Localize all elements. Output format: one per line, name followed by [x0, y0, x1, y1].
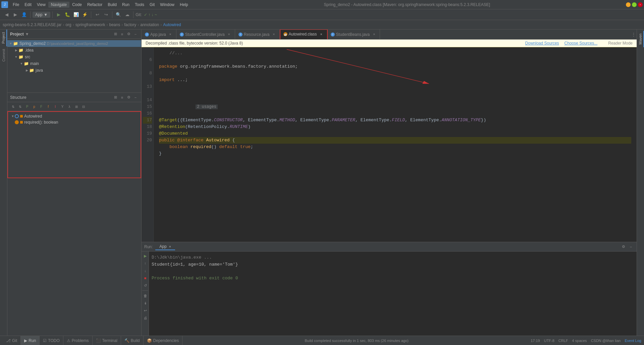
sort-alpha-btn[interactable]: ⇅: [10, 104, 16, 110]
indent[interactable]: 4 spaces: [572, 339, 587, 343]
tab-close-1[interactable]: ×: [227, 32, 231, 37]
sort-type-btn[interactable]: ⇅: [17, 104, 23, 110]
menu-file[interactable]: File: [10, 2, 22, 8]
tab-studentcontroller[interactable]: J StudentController.java ×: [176, 29, 235, 40]
run-clear-btn[interactable]: 🗑: [142, 293, 148, 299]
struct-autowired[interactable]: ▼ Autowired: [9, 113, 139, 119]
tree-root[interactable]: ▼ 📁 Spring_demo2 D:\java\code\test_java\…: [7, 40, 141, 47]
project-expand-btn[interactable]: ⊞: [112, 31, 118, 37]
project-tab[interactable]: Project: [0, 29, 7, 46]
line-sep[interactable]: CRLF: [558, 339, 568, 343]
run-btn[interactable]: ▶: [55, 11, 63, 19]
run-stop-btn[interactable]: ■: [142, 275, 148, 281]
tab-autowired[interactable]: ☕ Autowired.class ×: [280, 29, 327, 40]
tab-close-0[interactable]: ×: [168, 32, 173, 37]
menu-refactor[interactable]: Refactor: [85, 2, 105, 8]
tab-close-2[interactable]: ×: [272, 32, 276, 37]
show-public-btn[interactable]: P: [24, 104, 30, 110]
breadcrumb-autowired[interactable]: Autowired: [163, 22, 181, 27]
bottom-tab-deps[interactable]: 📦 Dependencies: [144, 336, 183, 345]
run-print-btn[interactable]: 🖨: [142, 315, 148, 321]
menu-window[interactable]: Window: [157, 2, 177, 8]
bottom-tab-run[interactable]: ▶ Run: [21, 336, 40, 345]
close-btn[interactable]: ×: [638, 2, 643, 7]
run-settings-btn[interactable]: ⚙: [621, 244, 627, 250]
user-btn[interactable]: 👤: [20, 11, 28, 19]
tree-main[interactable]: ▼ 📁 main: [7, 60, 141, 67]
tab-close-3[interactable]: ×: [319, 32, 324, 37]
encoding[interactable]: UTF-8: [544, 339, 554, 343]
minimize-btn[interactable]: −: [626, 2, 631, 7]
tab-resource[interactable]: J Resource.java ×: [235, 29, 280, 40]
run-rerun-btn[interactable]: ↺: [142, 282, 148, 288]
undo-btn[interactable]: ↩: [93, 11, 101, 19]
search-btn[interactable]: 🔍: [114, 11, 122, 19]
bottom-tab-build[interactable]: 🔨 Build: [121, 336, 144, 345]
tree-java[interactable]: ▶ 📁 java: [7, 67, 141, 74]
project-close-btn[interactable]: −: [132, 31, 139, 37]
show-field-btn[interactable]: F: [38, 104, 44, 110]
run-coverage-btn[interactable]: 📊: [72, 11, 80, 19]
back-btn[interactable]: ◀: [3, 11, 11, 19]
structure-close-btn[interactable]: −: [132, 94, 139, 100]
breadcrumb-org[interactable]: org: [65, 22, 71, 27]
tree-idea[interactable]: ▶ 📁 .idea: [7, 47, 141, 54]
code-editor[interactable]: 6 8 13 14 15 16 17 18 19 20: [142, 47, 637, 242]
app-dropdown[interactable]: App ▼: [33, 12, 50, 18]
run-scroll-down-btn[interactable]: ↓: [142, 268, 148, 274]
vcs-btn[interactable]: ☁: [123, 11, 131, 19]
maximize-btn[interactable]: □: [632, 2, 637, 7]
filter-btn2[interactable]: λ: [66, 104, 72, 110]
download-sources-link[interactable]: Download Sources: [525, 41, 559, 46]
filter-btn1[interactable]: Y: [59, 104, 65, 110]
structure-collapse-btn[interactable]: ≡: [119, 94, 125, 100]
menu-git[interactable]: Git: [147, 2, 157, 8]
debug-btn[interactable]: 🐛: [63, 11, 71, 19]
filter-btn4[interactable]: ⊟: [80, 104, 87, 110]
tabs-more-btn[interactable]: ⋮: [631, 29, 637, 40]
show-private-btn[interactable]: p: [31, 104, 37, 110]
menu-help[interactable]: Help: [177, 2, 191, 8]
struct-required[interactable]: required(): boolean: [9, 119, 139, 125]
breadcrumb-springframework[interactable]: springframework: [75, 22, 105, 27]
menu-tools[interactable]: Tools: [132, 2, 147, 8]
run-tab-close[interactable]: ×: [169, 245, 171, 249]
commit-tab[interactable]: Commit: [1, 46, 7, 64]
run-minimize-btn[interactable]: −: [628, 244, 634, 250]
run-tab-app[interactable]: App ×: [155, 244, 175, 250]
project-collapse-btn[interactable]: ≡: [119, 31, 125, 37]
menu-build[interactable]: Build: [105, 2, 119, 8]
filter-btn3[interactable]: ⊞: [73, 104, 79, 110]
breadcrumb-annotation[interactable]: annotation: [140, 22, 159, 27]
menu-view[interactable]: View: [34, 2, 48, 8]
project-settings-btn[interactable]: ⚙: [126, 31, 132, 37]
tab-studentbeans[interactable]: J StudentBeans.java ×: [327, 29, 380, 40]
menu-edit[interactable]: Edit: [22, 2, 34, 8]
bottom-tab-problems[interactable]: ⚠ Problems: [63, 336, 93, 345]
choose-sources-link[interactable]: Choose Sources...: [565, 41, 598, 46]
tree-src[interactable]: ▼ 📁 src: [7, 54, 141, 60]
structure-settings-btn[interactable]: ⚙: [126, 94, 132, 100]
redo-btn[interactable]: ↪: [102, 11, 110, 19]
structure-expand-btn[interactable]: ⊞: [112, 94, 118, 100]
bottom-tab-terminal[interactable]: ⬛ Terminal: [93, 336, 121, 345]
run-scroll-end-btn[interactable]: ↡: [142, 300, 148, 306]
show-inner-btn[interactable]: I: [52, 104, 58, 110]
menu-navigate[interactable]: Navigate: [48, 2, 69, 8]
breadcrumb-factory[interactable]: factory: [124, 22, 136, 27]
event-log-btn[interactable]: Event Log: [625, 339, 641, 343]
show-method-btn[interactable]: f: [45, 104, 51, 110]
menu-code[interactable]: Code: [69, 2, 85, 8]
breadcrumb-beans[interactable]: beans: [109, 22, 120, 27]
bottom-tab-git[interactable]: ⎇ Git: [3, 336, 21, 345]
forward-btn[interactable]: ▶: [11, 11, 19, 19]
tab-appjava[interactable]: J App.java ×: [142, 29, 176, 40]
bottom-tab-todo[interactable]: ☑ TODO: [40, 336, 63, 345]
run-wrap-btn[interactable]: ↩: [142, 307, 148, 314]
menu-run[interactable]: Run: [119, 2, 132, 8]
line-col[interactable]: 17:19: [531, 339, 540, 343]
reader-mode-link[interactable]: Reader Mode: [608, 41, 633, 46]
run-play-btn[interactable]: ▶: [142, 253, 148, 259]
tab-close-4[interactable]: ×: [372, 32, 376, 37]
breadcrumb-jar[interactable]: spring-beans-5.2.3.RELEASE.jar: [3, 22, 61, 27]
